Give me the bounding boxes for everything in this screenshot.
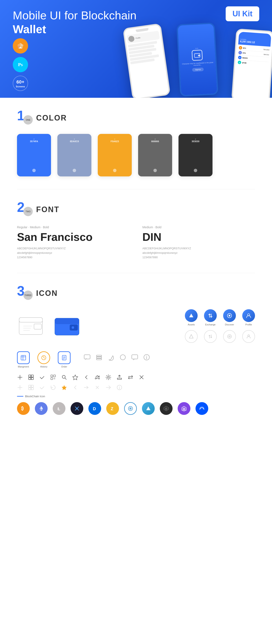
assets-icon-col: Assets [185,309,198,326]
svg-marker-23 [189,334,193,338]
svg-marker-94 [165,407,168,410]
color-swatch-blue: #3574FA [17,134,51,176]
blockchain-line [17,396,24,396]
svg-rect-71 [29,385,31,387]
svg-rect-47 [31,375,33,377]
upload-icon [116,374,122,380]
share-ghost-icon [83,384,89,390]
svg-rect-66 [117,378,122,380]
svg-point-80 [119,386,120,386]
verge-icon [70,402,83,415]
arrow-ghost-icon [106,384,111,390]
icon-row-1: Assets Exchange [17,309,255,343]
hero-badges: Ps 60+ Screens [13,38,28,91]
dash-icon: D [88,402,101,415]
sketch-badge [13,38,28,54]
utility-icons-row-2 [17,384,255,390]
history-icon-col: History [38,351,50,368]
grid-ghost-icon [28,384,34,390]
ps-badge: Ps [13,57,28,72]
exchange-ghost-icon [204,330,217,343]
order-icon [58,351,70,364]
check-ghost-icon [39,384,45,390]
font-san-francisco: Regular · Medium · Bold San Francisco AB… [17,226,130,260]
svg-rect-49 [31,378,33,380]
star-filled-icon [61,384,67,390]
ui-kit-badge: UI Kit [226,6,259,21]
icon-title: ICON [36,289,58,298]
x-ghost-icon [94,384,100,390]
svg-rect-15 [55,318,79,324]
svg-line-58 [65,378,66,380]
circle-icon [119,354,127,361]
chat-icon [83,354,91,361]
svg-rect-52 [51,378,53,380]
close-icon [138,374,144,380]
svg-rect-54 [54,378,55,378]
color-title: COLOR [36,114,67,122]
order-icon-col: Order [58,351,70,368]
nav-icons-active: Assets Exchange [185,309,255,326]
management-icon-col: Mangment [17,351,30,368]
assets-ghost-icon [185,330,198,343]
assets-label: Assets [188,323,195,326]
svg-point-21 [229,315,230,316]
settings-icon [106,374,111,380]
hero-section: Mobile UI for Blockchain Wallet UI Kit P… [0,0,272,98]
history-label: History [40,365,48,368]
color-swatch-dark: #303030 [178,134,212,176]
svg-rect-50 [51,375,53,377]
svg-line-64 [96,378,98,379]
svg-rect-40 [132,355,138,359]
qr-icon [50,374,56,380]
svg-marker-96 [183,408,185,410]
svg-rect-56 [54,379,55,379]
svg-marker-82 [41,406,43,410]
chevron-left-icon [83,374,89,380]
litecoin-icon: Ł [53,402,66,415]
misc-icons [83,351,150,361]
svg-point-60 [95,378,96,379]
phone-mockup-1: Profile [122,23,171,98]
svg-rect-53 [54,378,54,378]
info-icon [143,354,150,361]
profile-icon-col: Profile [242,309,255,326]
color-swatch-grayblue: #8DA0C8 [58,134,92,176]
svg-point-43 [146,356,147,356]
info-ghost-icon [116,384,122,390]
discover-icon-col: Discover [223,309,236,326]
plus-icon [17,374,23,380]
svg-rect-27 [21,355,26,360]
discover-icon [223,309,236,322]
phone-mockup-2: 9:41 Character may be manifested in the … [176,22,218,97]
profile-ghost-icon [242,330,255,343]
svg-rect-37 [96,357,102,358]
color-swatch-orange: #F5A623 [98,134,132,176]
stack-icon [95,354,103,361]
star-outline-icon [72,374,78,380]
assets-icon [185,309,198,322]
grid-coin-icon [124,402,137,415]
svg-line-63 [96,376,98,378]
check-icon [39,374,45,380]
management-icon [17,351,30,364]
svg-rect-55 [54,379,54,379]
svg-rect-6 [198,54,200,56]
nav-icons-ghost [185,330,255,343]
svg-marker-59 [73,375,78,380]
svg-rect-9 [34,324,42,329]
color-swatch-gray: #666666 [138,134,172,176]
discover-label: Discover [225,323,234,326]
chevron-left-ghost-icon [72,384,78,390]
svg-text:₿: ₿ [21,406,24,411]
icon-row-2: Mangment History [17,351,255,368]
section-number-color: 1 ONE [17,110,32,126]
svg-point-17 [72,326,74,329]
color-swatches: #3574FA #8DA0C8 #F5A623 #666666 #303030 [17,134,255,176]
crypto-icons-row: ₿ Ł D [17,402,255,415]
font-section-header: 2 TWO FONT [17,202,255,217]
dark-coin-icon [160,402,172,415]
svg-text:Ł: Ł [58,406,60,411]
wallet-wireframe-icon [17,312,44,340]
bitcoin-icon: ₿ [17,402,30,415]
